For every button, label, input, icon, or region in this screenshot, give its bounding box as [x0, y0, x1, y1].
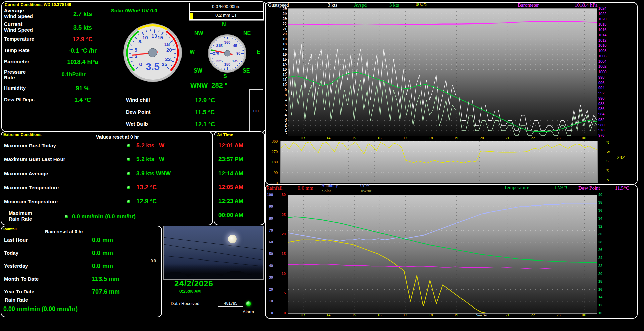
svg-text:180: 180 — [224, 62, 230, 66]
baro-y-tick: 1006 — [598, 54, 606, 58]
baro-y-tick: 986 — [598, 107, 604, 111]
svg-text:45: 45 — [233, 44, 237, 48]
row-label: Average Wind Speed — [4, 8, 33, 19]
gust-y-tick: 18 — [283, 42, 287, 46]
row-label: Temp Rate — [4, 48, 30, 53]
dir-y-tick: 270 — [272, 149, 278, 154]
climate-green-tick: 22 — [598, 264, 602, 268]
sunshine-hours-value: 0.0 %00:00hrs — [190, 4, 263, 9]
climate-green-tick: 40 — [598, 193, 602, 197]
sunshine-hours-box: 0.0 %00:00hrs — [189, 3, 264, 11]
baro-y-tick: 978 — [598, 128, 604, 132]
climate-blue-tick: 60 — [269, 240, 273, 244]
weather-display-dashboard: Current Conditions, WD 10.37S149 Average… — [0, 0, 644, 331]
climate-x-tick: Sun Set — [476, 313, 487, 317]
et-box: 0.2 mm ET — [189, 11, 264, 20]
climate-x-tick: 23 — [556, 313, 560, 318]
row-value: 2.7 kts — [52, 11, 113, 17]
gust-y-tick: 23 — [283, 17, 287, 21]
compass-cardinal-s: S — [223, 73, 227, 79]
svg-text:18: 18 — [164, 41, 170, 47]
climate-x-tick: 15 — [352, 313, 356, 318]
rainfall-panel: Rainfall Rain reset at 0 hr Last Hour 0.… — [1, 226, 162, 317]
rain-row-value: 0.0 mm — [92, 237, 113, 243]
compass-cardinal-n: N — [222, 21, 226, 28]
rain-row-label: Today — [4, 250, 18, 256]
svg-text:5: 5 — [134, 47, 137, 53]
climate-red-tick: 15 — [282, 252, 286, 256]
wind-direction-readout: WNW 282 ° — [190, 82, 227, 89]
extreme-time: 12:14 AM — [218, 170, 243, 177]
extreme-row-label: Maximum Temperature — [4, 185, 59, 191]
compass-cardinal-sw: SW — [194, 68, 202, 74]
alarm-label: Alarm — [243, 309, 254, 314]
rain-row-value: 113.5 mm — [92, 276, 119, 282]
dir-compass-letter: E — [606, 168, 609, 173]
avgspeed-label: Avspd — [354, 3, 367, 8]
rain-rate-label: Rain Rate — [5, 297, 28, 303]
gust-x-tick: 14 — [326, 136, 330, 141]
gust-y-tick: 6 — [285, 103, 287, 107]
gust-x-tick: 13 — [301, 136, 305, 141]
wind-direction-current: 282 — [617, 155, 625, 160]
status-led — [127, 200, 130, 203]
extreme-time: 12:01 AM — [218, 142, 243, 149]
solar-uv-readout: Solar:0W/m² UV:0.0 — [111, 8, 157, 14]
barometer-value: 1018.4 hPa — [575, 3, 598, 8]
barometer-label: Barometer — [518, 3, 539, 8]
power-line — [163, 244, 264, 261]
status-led — [127, 186, 130, 189]
extreme-row-label: Maximum Rain Rate — [9, 210, 32, 222]
gust-x-tick: 16 — [377, 136, 381, 141]
dewpoint-series-value: 11.5°C — [615, 186, 629, 191]
climate-blue-tick: 90 — [269, 204, 273, 208]
gust-y-tick: 19 — [283, 37, 287, 41]
climate-chart — [288, 195, 597, 314]
tree-silhouette — [164, 264, 263, 279]
baro-y-tick: 1018 — [598, 22, 606, 26]
at-time-panel: At Time 12:01 AM 23:57 PM 12:14 AM 12:05… — [214, 131, 265, 225]
dir-compass-letter: N — [606, 177, 609, 182]
climate-green-tick: 28 — [598, 240, 602, 244]
row-value: -0.1hPa/hr — [42, 72, 103, 78]
current-conditions-panel: Current Conditions, WD 10.37S149 Average… — [1, 1, 266, 132]
status-led — [127, 172, 130, 175]
climate-green-tick: 26 — [598, 248, 602, 252]
dir-compass-letter: S — [606, 159, 609, 164]
gust-y-tick: 11 — [283, 78, 287, 82]
climate-x-tick: 13 — [301, 313, 305, 318]
climate-green-tick: 30 — [598, 232, 602, 236]
extreme-row-value: 12.9 °C — [136, 198, 157, 205]
row-value: 12.9 °C — [52, 36, 113, 43]
avgspeed-value: 3 kts — [389, 3, 399, 8]
extreme-row-value: 3.9 kts WNW — [136, 170, 171, 177]
climate-red-tick: 5 — [284, 291, 286, 295]
derived-label: Wet Bulb — [126, 121, 148, 127]
dewpoint-series-label: Dew Point — [578, 186, 600, 191]
derived-value: 12.1 °C — [195, 121, 215, 128]
gust-y-tick: 25 — [283, 7, 287, 11]
climate-x-tick: 18 — [429, 313, 433, 318]
derived-label: Wind chill — [126, 97, 150, 103]
gust-y-tick: 22 — [283, 22, 287, 26]
rainfall-title: Rainfall — [3, 227, 17, 231]
gustspeed-chart — [288, 8, 597, 136]
derived-value: 12.9 °C — [195, 97, 215, 104]
climate-x-tick: 17 — [403, 313, 407, 318]
climate-x-tick: 16 — [377, 313, 381, 318]
extremes-reset-note: Values reset at 0 hr — [96, 135, 139, 140]
baro-y-tick: 1000 — [598, 70, 606, 74]
row-label: Humidity — [4, 85, 26, 91]
wind-direction-chart — [280, 141, 598, 183]
uv-bar-gauge: 0.0 — [249, 89, 263, 132]
gust-y-tick: 2 — [285, 123, 287, 127]
extreme-time: 23:57 PM — [218, 156, 243, 162]
extreme-row-value: 0.0 mm/min (0.0 mm/hr) — [72, 213, 136, 220]
current-time: 0:25:00 AM — [179, 289, 201, 294]
gust-y-tick: 21 — [283, 27, 287, 31]
climate-x-tick: 19 — [454, 313, 458, 318]
baro-y-tick: 1002 — [598, 64, 606, 68]
rain-row-label: Last Hour — [4, 237, 28, 243]
rain-bar-gauge: 0.0 — [147, 229, 160, 294]
svg-text:20: 20 — [166, 47, 172, 53]
